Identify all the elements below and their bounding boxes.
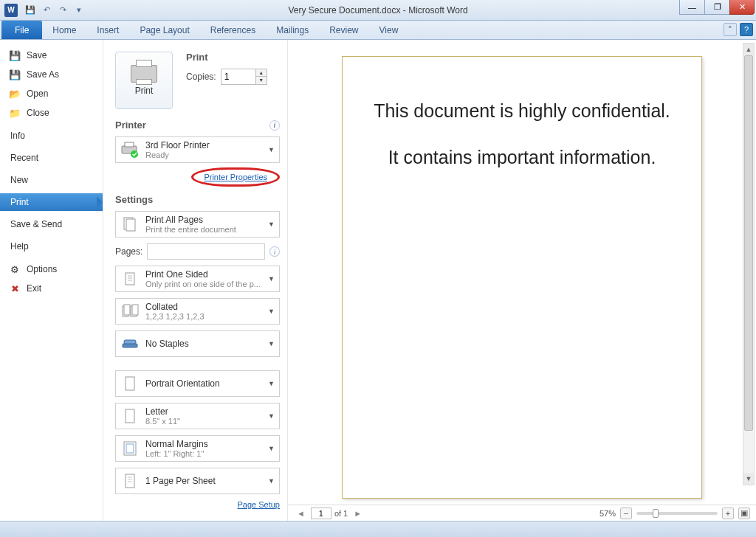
file-tab[interactable]: File bbox=[1, 21, 42, 39]
page-number-input[interactable] bbox=[311, 507, 331, 519]
tab-references[interactable]: References bbox=[200, 21, 266, 39]
print-button[interactable]: Print bbox=[115, 52, 173, 109]
printer-name: 3rd Floor Printer bbox=[145, 140, 210, 150]
scroll-down-icon[interactable]: ▼ bbox=[743, 473, 754, 485]
scroll-thumb[interactable] bbox=[744, 55, 753, 431]
minimize-ribbon-button[interactable]: ˄ bbox=[724, 23, 737, 36]
exit-icon: ✖ bbox=[9, 283, 21, 294]
nav-print[interactable]: Print bbox=[0, 193, 103, 211]
save-as-icon: 💾 bbox=[9, 69, 21, 80]
collate-sub: 1,2,3 1,2,3 1,2,3 bbox=[145, 312, 205, 321]
nav-open[interactable]: 📂Open bbox=[0, 84, 103, 103]
margins-dropdown[interactable]: Normal MarginsLeft: 1" Right: 1" ▼ bbox=[115, 435, 280, 462]
zoom-slider[interactable] bbox=[636, 512, 718, 515]
options-icon: ⚙ bbox=[9, 263, 21, 275]
zoom-slider-thumb[interactable] bbox=[653, 509, 659, 518]
nav-exit[interactable]: ✖Exit bbox=[0, 279, 103, 298]
printer-info-icon[interactable]: i bbox=[269, 120, 280, 131]
maximize-button[interactable]: ❐ bbox=[704, 0, 729, 15]
copies-spinner[interactable]: ▲▼ bbox=[221, 69, 267, 85]
margins-title: Normal Margins bbox=[145, 439, 208, 449]
pages-icon bbox=[120, 215, 140, 234]
nav-save-send[interactable]: Save & Send bbox=[0, 215, 103, 233]
chevron-down-icon: ▼ bbox=[268, 380, 275, 387]
copies-input[interactable] bbox=[221, 72, 255, 82]
scope-sub: Print the entire document bbox=[145, 225, 236, 234]
open-icon: 📂 bbox=[9, 88, 21, 100]
tab-page-layout[interactable]: Page Layout bbox=[129, 21, 199, 39]
next-page-icon[interactable]: ► bbox=[351, 509, 365, 518]
print-button-label: Print bbox=[135, 86, 154, 96]
zoom-fit-button[interactable]: ▣ bbox=[738, 507, 750, 519]
sided-title: Print One Sided bbox=[145, 269, 261, 280]
portrait-icon bbox=[120, 374, 140, 393]
highlight-annotation: Printer Properties bbox=[191, 167, 280, 187]
print-scope-dropdown[interactable]: Print All PagesPrint the entire document… bbox=[115, 211, 280, 238]
pages-info-icon[interactable]: i bbox=[269, 246, 280, 257]
nav-help[interactable]: Help bbox=[0, 238, 103, 255]
tab-view[interactable]: View bbox=[369, 21, 409, 39]
paper-size-dropdown[interactable]: Letter8.5" x 11" ▼ bbox=[115, 403, 280, 429]
preview-page: This document is highly confidential. It… bbox=[342, 56, 702, 499]
nav-save[interactable]: 💾Save bbox=[0, 46, 103, 65]
sided-dropdown[interactable]: Print One SidedOnly print on one side of… bbox=[115, 266, 280, 292]
preview-canvas: This document is highly confidential. It… bbox=[288, 40, 756, 505]
scroll-track[interactable] bbox=[743, 55, 754, 473]
nav-options-label: Options bbox=[27, 264, 57, 274]
print-heading: Print bbox=[186, 52, 267, 63]
window-titlebar: W 💾 ↶ ↷ ▾ Very Secure Document.docx - Mi… bbox=[0, 0, 756, 21]
zoom-value: 57% bbox=[599, 509, 616, 518]
svg-rect-5 bbox=[126, 273, 134, 285]
svg-rect-14 bbox=[124, 340, 136, 344]
staples-title: No Staples bbox=[145, 334, 189, 353]
copies-row: Copies: ▲▼ bbox=[186, 69, 267, 85]
paper-sub: 8.5" x 11" bbox=[145, 417, 180, 426]
collate-dropdown[interactable]: Collated1,2,3 1,2,3 1,2,3 ▼ bbox=[115, 298, 280, 325]
quick-access-toolbar: 💾 ↶ ↷ ▾ bbox=[24, 4, 86, 17]
zoom-out-button[interactable]: − bbox=[620, 507, 632, 519]
print-settings-panel: Print Print Copies: ▲▼ Printer i bbox=[103, 40, 288, 521]
pages-per-sheet-dropdown[interactable]: 1 Page Per Sheet ▼ bbox=[115, 468, 280, 494]
svg-rect-12 bbox=[132, 305, 138, 315]
qat-save-icon[interactable]: 💾 bbox=[24, 4, 37, 17]
printer-dropdown[interactable]: 3rd Floor Printer Ready ▼ bbox=[115, 136, 280, 163]
nav-options[interactable]: ⚙Options bbox=[0, 260, 103, 279]
nav-recent[interactable]: Recent bbox=[0, 149, 103, 167]
nav-save-as[interactable]: 💾Save As bbox=[0, 65, 103, 84]
paper-icon bbox=[120, 406, 140, 426]
close-button[interactable]: ✕ bbox=[729, 0, 755, 15]
nav-info[interactable]: Info bbox=[0, 127, 103, 145]
copies-up-icon[interactable]: ▲ bbox=[256, 69, 267, 77]
paper-title: Letter bbox=[145, 406, 180, 417]
svg-rect-10 bbox=[124, 305, 130, 315]
one-sided-icon bbox=[120, 269, 140, 288]
vertical-scrollbar[interactable]: ▲ ▼ bbox=[743, 43, 755, 485]
minimize-button[interactable]: — bbox=[679, 0, 704, 15]
tab-insert[interactable]: Insert bbox=[86, 21, 129, 39]
save-icon: 💾 bbox=[9, 49, 21, 61]
nav-new[interactable]: New bbox=[0, 171, 103, 189]
scope-title: Print All Pages bbox=[145, 215, 236, 225]
help-button[interactable]: ? bbox=[740, 23, 753, 36]
nav-close[interactable]: 📁Close bbox=[0, 103, 103, 122]
staples-dropdown[interactable]: No Staples ▼ bbox=[115, 330, 280, 357]
prev-page-icon[interactable]: ◄ bbox=[294, 509, 308, 518]
scroll-up-icon[interactable]: ▲ bbox=[743, 44, 754, 55]
printer-properties-link[interactable]: Printer Properties bbox=[204, 173, 267, 181]
copies-down-icon[interactable]: ▼ bbox=[256, 77, 267, 84]
chevron-down-icon: ▼ bbox=[268, 445, 275, 452]
qat-undo-icon[interactable]: ↶ bbox=[40, 4, 53, 17]
page-setup-link[interactable]: Page Setup bbox=[238, 500, 281, 509]
pages-input[interactable] bbox=[147, 243, 265, 260]
zoom-in-button[interactable]: + bbox=[722, 507, 734, 519]
tab-mailings[interactable]: Mailings bbox=[266, 21, 319, 39]
page-total-label: of 1 bbox=[334, 509, 348, 518]
tab-review[interactable]: Review bbox=[319, 21, 368, 39]
qat-redo-icon[interactable]: ↷ bbox=[56, 4, 69, 17]
tab-home[interactable]: Home bbox=[42, 21, 86, 39]
window-controls: — ❐ ✕ bbox=[679, 0, 756, 15]
backstage-view: 💾Save 💾Save As 📂Open 📁Close Info Recent … bbox=[0, 40, 756, 521]
orientation-dropdown[interactable]: Portrait Orientation ▼ bbox=[115, 370, 280, 397]
printer-heading-row: Printer i bbox=[115, 119, 280, 131]
qat-customize-icon[interactable]: ▾ bbox=[72, 4, 86, 17]
